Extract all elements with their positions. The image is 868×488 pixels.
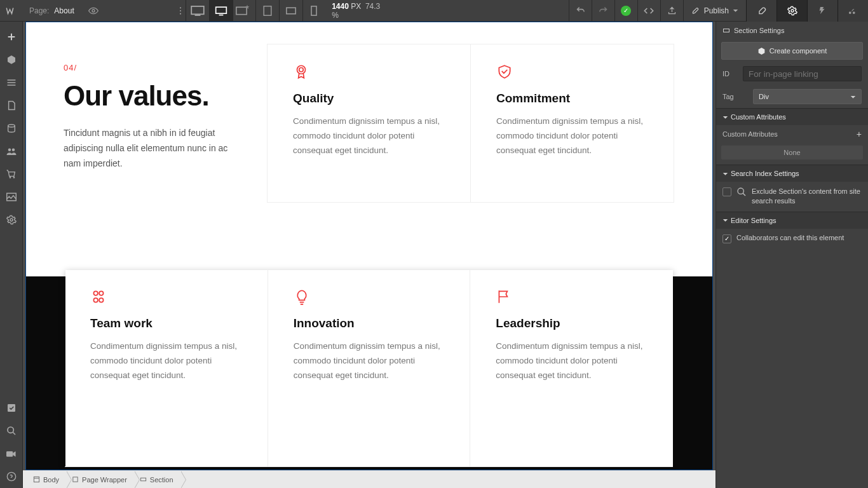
breakpoint-mobile-button[interactable] bbox=[302, 0, 326, 22]
right-panel: Section Settings Create component ID Tag… bbox=[715, 22, 868, 488]
help-button[interactable] bbox=[0, 465, 23, 488]
section-heading: Our values. bbox=[64, 80, 242, 112]
value-card[interactable]: Leadership Condimentum dignissim tempus … bbox=[470, 269, 673, 467]
pages-button[interactable] bbox=[0, 94, 23, 117]
topbar: Page: About ★ 1440 PX 74.3 % ✓ Publish bbox=[0, 0, 868, 22]
id-input[interactable] bbox=[743, 66, 862, 81]
chevron-down-icon bbox=[722, 114, 728, 120]
value-desc: Condimentum dignissim tempus a nisl, com… bbox=[496, 339, 648, 383]
add-attribute-button[interactable]: + bbox=[857, 129, 862, 139]
svg-rect-7 bbox=[264, 6, 271, 15]
custom-attributes-sub: Custom Attributes+ bbox=[716, 125, 868, 143]
add-element-button[interactable] bbox=[0, 25, 23, 48]
settings-button[interactable] bbox=[0, 208, 23, 231]
svg-rect-31 bbox=[724, 29, 729, 32]
values-intro[interactable]: 04/ Our values. Tincidunt magnis ut a ni… bbox=[64, 44, 268, 203]
svg-rect-28 bbox=[34, 477, 39, 482]
code-button[interactable] bbox=[637, 0, 660, 22]
checkbox[interactable] bbox=[722, 234, 731, 243]
assets-button[interactable] bbox=[0, 186, 23, 208]
editor-settings-head[interactable]: Editor Settings bbox=[716, 212, 868, 229]
value-title: Leadership bbox=[496, 316, 648, 330]
svg-point-17 bbox=[10, 219, 13, 221]
bulb-icon bbox=[294, 288, 310, 305]
value-card[interactable]: Team work Condimentum dignissim tempus a… bbox=[65, 269, 268, 467]
value-title: Commitment bbox=[496, 92, 648, 105]
crumb-body[interactable]: Body bbox=[28, 471, 67, 488]
search-index-head[interactable]: Search Index Settings bbox=[716, 165, 868, 182]
exclude-search-option[interactable]: Exclude Section's content from site sear… bbox=[716, 182, 868, 212]
breakpoint-tablet-wide-button[interactable]: ★ bbox=[233, 0, 256, 22]
canvas[interactable]: 04/ Our values. Tincidunt magnis ut a ni… bbox=[23, 22, 715, 470]
chevron-down-icon bbox=[722, 171, 728, 177]
audit-button[interactable] bbox=[0, 396, 23, 419]
award-icon bbox=[293, 64, 309, 80]
style-tab[interactable] bbox=[746, 0, 776, 22]
custom-attributes-head[interactable]: Custom Attributes bbox=[716, 108, 868, 125]
selected-section[interactable]: 04/ Our values. Tincidunt magnis ut a ni… bbox=[25, 22, 713, 470]
value-desc: Condimentum dignissim tempus a nisl, com… bbox=[90, 339, 242, 383]
crumb-page-wrapper[interactable]: Page Wrapper bbox=[67, 471, 135, 488]
checkbox[interactable] bbox=[722, 187, 731, 196]
value-title: Quality bbox=[293, 92, 445, 105]
users-button[interactable] bbox=[0, 140, 23, 163]
video-button[interactable] bbox=[0, 442, 23, 465]
value-card[interactable]: Innovation Condimentum dignissim tempus … bbox=[268, 269, 471, 467]
create-component-button[interactable]: Create component bbox=[721, 42, 863, 60]
status-button[interactable]: ✓ bbox=[614, 0, 637, 22]
flag-icon bbox=[496, 288, 512, 305]
breadcrumbs: Body Page Wrapper Section bbox=[23, 470, 715, 488]
svg-point-25 bbox=[99, 291, 104, 295]
svg-point-19 bbox=[8, 427, 13, 433]
svg-point-10 bbox=[791, 10, 794, 12]
page-name[interactable]: About bbox=[54, 6, 74, 15]
publish-button[interactable]: Publish bbox=[683, 0, 746, 22]
svg-rect-30 bbox=[140, 478, 146, 481]
tag-label: Tag bbox=[722, 93, 748, 100]
value-card[interactable]: Commitment Condimentum dignissim tempus … bbox=[470, 44, 674, 203]
breakpoint-mobile-landscape-button[interactable] bbox=[279, 0, 302, 22]
custom-attributes-none: None bbox=[721, 146, 863, 159]
svg-point-27 bbox=[99, 298, 104, 302]
components-button[interactable] bbox=[0, 48, 23, 71]
svg-point-21 bbox=[7, 472, 15, 480]
chevron-down-icon bbox=[733, 8, 738, 13]
crumb-section[interactable]: Section bbox=[135, 471, 181, 488]
breakpoint-tablet-button[interactable] bbox=[255, 0, 279, 22]
svg-point-15 bbox=[11, 149, 15, 152]
breakpoint-desktop-button[interactable] bbox=[209, 0, 233, 22]
interactions-tab[interactable] bbox=[807, 0, 837, 22]
svg-point-0 bbox=[92, 10, 95, 12]
effects-tab[interactable] bbox=[837, 0, 868, 22]
value-desc: Condimentum dignissim tempus a nisl, com… bbox=[293, 114, 445, 158]
search-button[interactable] bbox=[0, 419, 23, 442]
breakpoint-xl-button[interactable] bbox=[186, 0, 209, 22]
eye-icon[interactable] bbox=[88, 6, 98, 16]
panel-title: Section Settings bbox=[716, 22, 868, 39]
tag-select[interactable]: Div bbox=[753, 89, 862, 104]
settings-tab[interactable] bbox=[776, 0, 807, 22]
svg-rect-29 bbox=[73, 477, 78, 482]
rocket-icon bbox=[691, 6, 700, 15]
svg-point-32 bbox=[738, 188, 743, 194]
section-lead: Tincidunt magnis ut a nibh in id feugiat… bbox=[64, 126, 242, 171]
chevron-down-icon bbox=[850, 94, 856, 100]
undo-button[interactable] bbox=[569, 0, 592, 22]
svg-point-23 bbox=[299, 68, 304, 72]
ecommerce-button[interactable] bbox=[0, 163, 23, 186]
more-icon[interactable] bbox=[175, 6, 186, 16]
value-title: Team work bbox=[90, 316, 242, 330]
redo-button[interactable] bbox=[592, 0, 614, 22]
collaborators-edit-option[interactable]: Collaborators can edit this element bbox=[716, 229, 868, 248]
navigator-button[interactable] bbox=[0, 71, 23, 94]
left-rail bbox=[0, 22, 23, 488]
value-desc: Condimentum dignissim tempus a nisl, com… bbox=[294, 339, 445, 383]
svg-rect-20 bbox=[6, 451, 13, 457]
section-number: 04/ bbox=[64, 63, 242, 72]
value-card[interactable]: Quality Condimentum dignissim tempus a n… bbox=[267, 44, 471, 203]
svg-rect-18 bbox=[8, 404, 15, 412]
cms-button[interactable] bbox=[0, 117, 23, 140]
svg-rect-4 bbox=[191, 6, 204, 13]
export-button[interactable] bbox=[660, 0, 683, 22]
search-eye-icon bbox=[736, 187, 747, 197]
